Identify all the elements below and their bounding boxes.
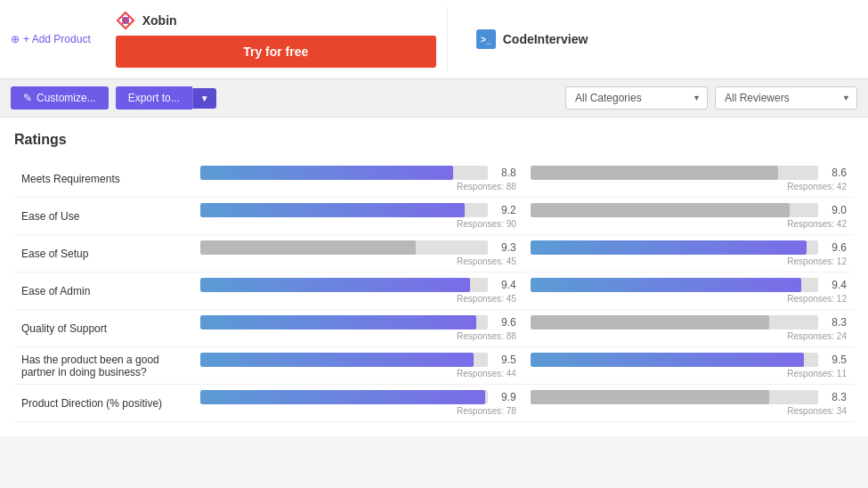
xobin-responses: Responses: 44 <box>200 369 516 378</box>
xobin-responses: Responses: 88 <box>200 182 516 191</box>
ci-bar-cell: 8.6 Responses: 42 <box>523 160 854 198</box>
row-label: Ease of Use <box>14 198 193 235</box>
export-group: Export to... ▼ <box>116 86 216 110</box>
row-label: Quality of Support <box>14 310 193 347</box>
ratings-title: Ratings <box>14 132 854 148</box>
ci-score: 9.5 <box>823 354 847 366</box>
ci-score: 9.0 <box>823 204 847 216</box>
ci-score: 8.3 <box>823 316 847 329</box>
try-free-button[interactable]: Try for free <box>116 36 436 68</box>
row-label: Has the product been a good partner in d… <box>14 347 193 385</box>
top-bar: ⊕ + Add Product Xobin Try for free >_ Co… <box>0 0 868 79</box>
reviewers-select[interactable]: All Reviewers <box>715 86 857 110</box>
ci-bar-cell: 8.3 Responses: 34 <box>523 385 854 422</box>
xobin-responses: Responses: 90 <box>200 219 516 229</box>
xobin-score: 9.9 <box>493 391 516 403</box>
xobin-header: Xobin <box>116 11 177 30</box>
export-button[interactable]: Export to... <box>116 86 192 110</box>
table-row: Ease of Use 9.2 Responses: 90 9.0 <box>14 198 854 235</box>
customize-button[interactable]: ✎ Customize... <box>11 86 109 110</box>
ci-bar-cell: 9.5 Responses: 11 <box>523 347 854 385</box>
add-icon: ⊕ <box>11 33 20 45</box>
xobin-name: Xobin <box>142 13 177 28</box>
xobin-score: 9.5 <box>493 354 516 366</box>
xobin-bar-cell: 9.9 Responses: 78 <box>193 385 523 422</box>
ratings-table: Meets Requirements 8.8 Responses: 88 8. <box>14 160 854 422</box>
table-row: Quality of Support 9.6 Responses: 88 8. <box>14 310 854 347</box>
xobin-bar-cell: 9.6 Responses: 88 <box>193 310 523 347</box>
xobin-score: 9.3 <box>493 241 516 254</box>
xobin-bar-cell: 9.4 Responses: 45 <box>193 272 523 310</box>
add-product-button[interactable]: ⊕ + Add Product <box>11 33 91 45</box>
categories-wrapper: All Categories <box>565 86 708 110</box>
xobin-bar-cell: 9.2 Responses: 90 <box>193 198 523 235</box>
ci-bar-cell: 8.3 Responses: 24 <box>523 310 854 347</box>
row-label: Meets Requirements <box>14 160 193 198</box>
ci-responses: Responses: 34 <box>531 406 847 416</box>
ci-score: 8.3 <box>823 391 847 403</box>
xobin-score: 9.6 <box>493 316 516 329</box>
xobin-bar-cell: 8.8 Responses: 88 <box>193 160 523 198</box>
xobin-score: 9.4 <box>493 279 516 291</box>
customize-label: Customize... <box>37 92 96 104</box>
row-label: Ease of Setup <box>14 235 193 272</box>
codeinterview-icon: >_ <box>476 29 496 49</box>
ci-score: 9.6 <box>823 241 847 254</box>
table-row: Ease of Admin 9.4 Responses: 45 9.4 <box>14 272 854 310</box>
xobin-score: 8.8 <box>493 167 516 179</box>
ci-responses: Responses: 12 <box>531 294 847 304</box>
ci-responses: Responses: 42 <box>531 219 847 229</box>
export-dropdown-button[interactable]: ▼ <box>192 88 216 109</box>
xobin-card: Xobin Try for free <box>105 7 448 71</box>
ci-bar-cell: 9.0 Responses: 42 <box>523 198 854 235</box>
add-product-label: + Add Product <box>23 33 91 45</box>
ci-score: 9.4 <box>823 279 847 291</box>
table-row: Has the product been a good partner in d… <box>14 347 854 385</box>
toolbar: ✎ Customize... Export to... ▼ All Catego… <box>0 79 868 118</box>
table-row: Meets Requirements 8.8 Responses: 88 8. <box>14 160 854 198</box>
xobin-bar-cell: 9.5 Responses: 44 <box>193 347 523 385</box>
ci-score: 8.6 <box>823 167 847 179</box>
ci-responses: Responses: 24 <box>531 331 847 341</box>
categories-select[interactable]: All Categories <box>565 86 708 110</box>
codeinterview-card: >_ CodeInterview <box>462 26 603 53</box>
xobin-responses: Responses: 78 <box>200 406 516 416</box>
customize-icon: ✎ <box>23 92 32 104</box>
ci-responses: Responses: 12 <box>531 256 847 266</box>
xobin-logo <box>116 11 135 30</box>
xobin-responses: Responses: 45 <box>200 294 516 304</box>
codeinterview-name: CodeInterview <box>503 32 588 46</box>
xobin-bar-cell: 9.3 Responses: 45 <box>193 235 523 272</box>
main-content: Ratings Meets Requirements 8.8 Responses… <box>0 118 868 436</box>
xobin-responses: Responses: 88 <box>200 331 516 341</box>
ci-bar-cell: 9.6 Responses: 12 <box>523 235 854 272</box>
table-row: Ease of Setup 9.3 Responses: 45 9.6 <box>14 235 854 272</box>
table-row: Product Direction (% positive) 9.9 Respo… <box>14 385 854 422</box>
xobin-score: 9.2 <box>493 204 516 216</box>
reviewers-wrapper: All Reviewers <box>715 86 857 110</box>
ci-bar-cell: 9.4 Responses: 12 <box>523 272 854 310</box>
ci-responses: Responses: 11 <box>531 369 847 378</box>
row-label: Ease of Admin <box>14 272 193 310</box>
xobin-responses: Responses: 45 <box>200 256 516 266</box>
row-label: Product Direction (% positive) <box>14 385 193 422</box>
ci-responses: Responses: 42 <box>531 182 847 191</box>
